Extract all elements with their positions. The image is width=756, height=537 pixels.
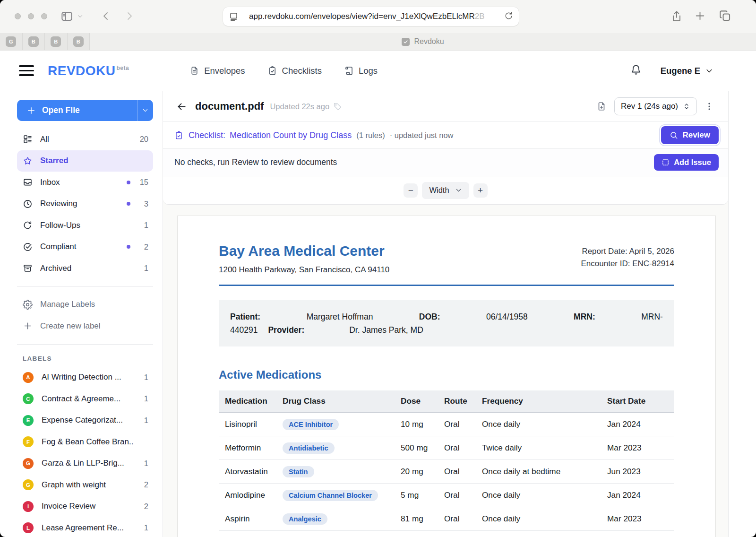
sidebar-item[interactable]: Archived 1 xyxy=(17,258,153,279)
reader-mode-icon[interactable] xyxy=(229,12,239,22)
sidebar-item[interactable]: Inbox 15 xyxy=(17,172,153,193)
patient-provider: Dr. James Park, MD xyxy=(349,323,423,337)
tabs-icon xyxy=(719,9,731,22)
label-item[interactable]: G Garza & Lin LLP-Brig... 1 xyxy=(17,453,153,475)
open-file-label: Open File xyxy=(42,105,137,115)
clipboard-icon xyxy=(267,66,277,76)
new-revision-button[interactable] xyxy=(596,101,607,112)
sidebar-item[interactable]: Follow-Ups 1 xyxy=(17,215,153,236)
zoom-out-button[interactable]: − xyxy=(404,183,418,198)
label-avatar: C xyxy=(23,393,34,404)
tab-title: Revdoku xyxy=(414,37,444,46)
add-issue-button[interactable]: Add Issue xyxy=(654,154,719,171)
report-date: Report Date: April 5, 2026 xyxy=(581,245,675,258)
zoom-mode-select[interactable]: Width xyxy=(422,182,469,199)
patient-name: Margaret Hoffman xyxy=(307,310,373,323)
drug-class-badge: Calcium Channel Blocker xyxy=(283,490,378,501)
app-logo[interactable]: REVDOKUbeta xyxy=(48,63,129,78)
document-viewer[interactable]: Bay Area Medical Center 1200 Health Park… xyxy=(163,205,728,537)
checks-status-row: No checks, run Review to review document… xyxy=(163,148,728,176)
item-count: 1 xyxy=(138,221,148,230)
chevron-down-icon[interactable] xyxy=(77,13,83,19)
label-avatar: G xyxy=(23,479,34,490)
create-new-label-button[interactable]: Create new label xyxy=(17,315,153,337)
drug-class-badge: ACE Inhibitor xyxy=(283,419,339,430)
sidebar-item[interactable]: Starred xyxy=(17,150,153,172)
minimize-window-button[interactable] xyxy=(28,13,34,19)
file-plus-icon xyxy=(596,101,607,112)
unread-dot xyxy=(127,245,130,249)
table-header-row: Medication Drug Class Dose Route Frequen… xyxy=(219,390,674,412)
open-file-button[interactable]: Open File xyxy=(17,100,153,121)
menu-button[interactable] xyxy=(19,65,34,76)
label-avatar: I xyxy=(23,501,34,512)
nav-item[interactable]: Checklists xyxy=(267,66,322,76)
star-icon xyxy=(23,156,33,166)
zoom-window-button[interactable] xyxy=(41,13,47,19)
plus-icon xyxy=(26,106,36,115)
label-item[interactable]: C Contract & Agreeme... 1 xyxy=(17,388,153,410)
address-bar[interactable]: app.revdoku.com/envelopes/view?id=env_J1… xyxy=(223,7,519,26)
pinned-tab-favicon: G xyxy=(6,36,16,47)
scroll-icon xyxy=(344,66,354,76)
main-panel: document.pdf Updated 22s ago Rev 1 (24s … xyxy=(163,91,729,537)
clipboard-check-icon xyxy=(174,131,183,140)
reload-button[interactable] xyxy=(504,11,513,22)
plus-icon xyxy=(23,321,33,331)
label-avatar: F xyxy=(23,436,34,447)
back-button[interactable] xyxy=(100,9,112,23)
open-file-dropdown-button[interactable] xyxy=(137,107,153,114)
url-text: app.revdoku.com/envelopes/view?id=env_J1… xyxy=(249,12,484,21)
clinic-address: 1200 Health Parkway, San Francisco, CA 9… xyxy=(219,265,389,275)
sidebar-toggle-button[interactable] xyxy=(60,10,83,23)
label-avatar: E xyxy=(23,415,34,426)
checklist-row: Checklist: Medication Count by Drug Clas… xyxy=(163,121,728,148)
checklist-rules-count: (1 rules) xyxy=(356,131,385,140)
user-name: Eugene E xyxy=(661,66,700,76)
beta-badge: beta xyxy=(117,65,129,71)
drug-class-badge: Analgesic xyxy=(283,513,327,525)
back-button[interactable] xyxy=(176,101,187,112)
checklist-link[interactable]: Medication Count by Drug Class xyxy=(230,130,352,140)
nav-item[interactable]: Logs xyxy=(344,66,378,76)
user-menu[interactable]: Eugene E xyxy=(661,66,713,76)
patient-info-box: Patient: Margaret Hoffman DOB: 06/14/195… xyxy=(219,300,674,346)
drug-class-badge: Statin xyxy=(283,466,314,477)
close-window-button[interactable] xyxy=(15,13,21,19)
active-tab[interactable]: Revdoku xyxy=(90,33,756,50)
sidebar-item[interactable]: Reviewing 3 xyxy=(17,193,153,215)
pinned-tab[interactable]: B xyxy=(45,33,68,50)
item-count: 3 xyxy=(138,199,148,208)
table-row: Amlodipine Calcium Channel Blocker 5 mg … xyxy=(219,484,674,507)
label-item[interactable]: E Expense Categorizat... 1 xyxy=(17,410,153,432)
item-count: 15 xyxy=(138,178,148,187)
notifications-button[interactable] xyxy=(630,64,642,78)
revision-select[interactable]: Rev 1 (24s ago) xyxy=(614,97,697,115)
label-item[interactable]: F Fog & Bean Coffee Bran... xyxy=(17,431,153,453)
sidebar-item[interactable]: Compliant 2 xyxy=(17,236,153,258)
forward-button[interactable] xyxy=(124,9,135,23)
share-button[interactable] xyxy=(670,9,683,23)
tag-icon[interactable] xyxy=(333,102,342,111)
item-count: 20 xyxy=(138,135,148,144)
sidebar-item[interactable]: All 20 xyxy=(17,129,153,150)
label-item[interactable]: I Invoice Review 2 xyxy=(17,496,153,518)
label-item[interactable]: G Graph with weight 2 xyxy=(17,474,153,496)
label-item[interactable]: L Lease Agreement Re... 1 xyxy=(17,517,153,537)
pinned-tab[interactable]: B xyxy=(68,33,90,50)
review-button[interactable]: Review xyxy=(661,126,719,144)
more-options-button[interactable] xyxy=(704,101,714,112)
zoom-in-button[interactable]: + xyxy=(473,183,488,198)
manage-labels-button[interactable]: Manage Labels xyxy=(17,294,153,316)
updated-timestamp: Updated 22s ago xyxy=(270,102,329,111)
search-icon xyxy=(670,131,678,139)
new-tab-button[interactable] xyxy=(694,10,706,22)
check-circle-icon xyxy=(23,242,33,252)
label-item[interactable]: A AI Writing Detection ... 1 xyxy=(17,367,153,389)
tab-overview-button[interactable] xyxy=(719,9,731,22)
pinned-tab[interactable]: G xyxy=(0,33,23,50)
nav-item[interactable]: Envelopes xyxy=(189,66,245,76)
pinned-tab[interactable]: B xyxy=(23,33,45,50)
kebab-menu-icon xyxy=(704,101,714,112)
document-title: document.pdf xyxy=(195,100,264,113)
